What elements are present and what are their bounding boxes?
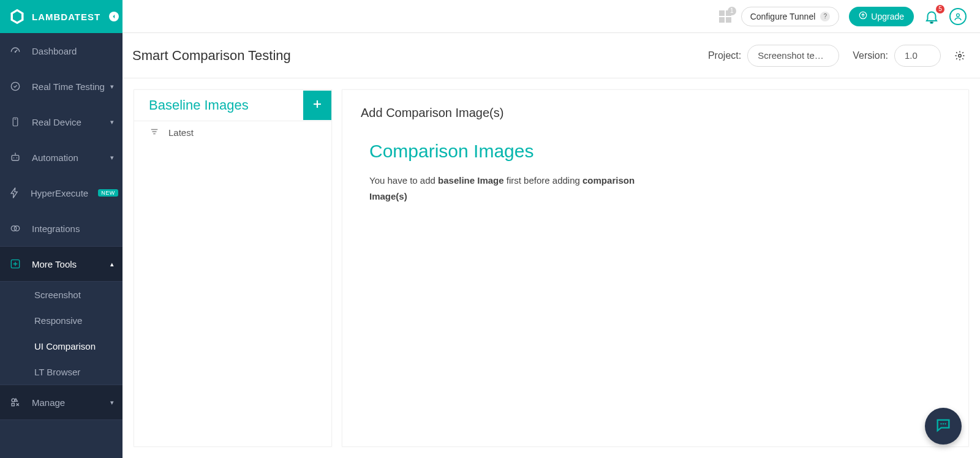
baseline-item-label: Latest bbox=[168, 127, 194, 138]
plus-square-icon bbox=[9, 257, 22, 271]
device-icon bbox=[9, 115, 22, 129]
version-value: 1.0 bbox=[905, 50, 918, 61]
subnav-responsive[interactable]: Responsive bbox=[0, 307, 123, 333]
svg-point-4 bbox=[13, 157, 15, 159]
upgrade-button[interactable]: Upgrade bbox=[849, 7, 914, 26]
subnav-screenshot[interactable]: Screenshot bbox=[0, 282, 123, 307]
svg-point-7 bbox=[14, 226, 19, 231]
new-badge: NEW bbox=[98, 189, 118, 197]
sidebar: LAMBDATEST Dashboard Real Time Testing ▾… bbox=[0, 0, 123, 458]
chevron-down-icon: ▾ bbox=[110, 399, 114, 407]
svg-point-13 bbox=[959, 54, 962, 57]
nav-realtime[interactable]: Real Time Testing ▾ bbox=[0, 69, 123, 104]
project-label: Project: bbox=[708, 50, 741, 61]
comparison-help-text: You have to add baseline Image first bef… bbox=[369, 173, 667, 204]
clock-check-icon bbox=[9, 80, 22, 93]
baseline-item-row[interactable]: Latest bbox=[134, 121, 331, 144]
version-block: Version: 1.0 bbox=[853, 45, 941, 67]
page-header-controls: Project: Screenshot te… Version: 1.0 bbox=[708, 45, 965, 67]
robot-icon bbox=[9, 151, 22, 164]
version-select[interactable]: 1.0 bbox=[894, 45, 941, 67]
nav-realdevice[interactable]: Real Device ▾ bbox=[0, 104, 123, 140]
brand-logo-icon bbox=[9, 8, 26, 25]
svg-point-15 bbox=[943, 423, 944, 424]
nav-hyperexecute[interactable]: HyperExecute NEW bbox=[0, 175, 123, 211]
sidebar-collapse-button[interactable] bbox=[109, 12, 119, 21]
comparison-title: Comparison Images bbox=[369, 141, 667, 162]
chevron-down-icon: ▾ bbox=[110, 83, 114, 91]
project-select[interactable]: Screenshot te… bbox=[747, 45, 839, 67]
svg-point-14 bbox=[940, 423, 941, 424]
gauge-icon bbox=[9, 44, 22, 58]
svg-rect-10 bbox=[12, 404, 14, 406]
svg-point-5 bbox=[17, 157, 18, 159]
page-title: Smart Comparison Testing bbox=[132, 48, 291, 64]
chevron-down-icon: ▾ bbox=[110, 118, 114, 126]
comparison-body: Comparison Images You have to add baseli… bbox=[342, 125, 685, 204]
svg-point-16 bbox=[944, 423, 946, 424]
page-header: Smart Comparison Testing Project: Screen… bbox=[123, 33, 980, 78]
bolt-icon bbox=[9, 186, 21, 200]
brand-name: LAMBDATEST bbox=[32, 12, 100, 22]
chat-button[interactable] bbox=[925, 408, 962, 445]
content-area: Baseline Images Latest Add Comparison Im… bbox=[123, 78, 980, 458]
moretools-submenu: Screenshot Responsive UI Comparison LT B… bbox=[0, 282, 123, 385]
nav-manage[interactable]: Manage ▾ bbox=[0, 385, 123, 420]
chevron-down-icon: ▾ bbox=[110, 154, 114, 162]
project-value: Screenshot te… bbox=[758, 50, 824, 61]
nav-dashboard-label: Dashboard bbox=[32, 46, 77, 56]
configure-tunnel-label: Configure Tunnel bbox=[750, 12, 816, 21]
top-bar: 1 Configure Tunnel ? Upgrade 5 bbox=[123, 0, 980, 33]
configure-tunnel-button[interactable]: Configure Tunnel ? bbox=[741, 7, 840, 26]
svg-rect-3 bbox=[12, 156, 19, 160]
baseline-panel: Baseline Images Latest bbox=[134, 89, 332, 447]
subnav-ui-comparison[interactable]: UI Comparison bbox=[0, 333, 123, 359]
help-icon: ? bbox=[820, 12, 830, 21]
nav-moretools[interactable]: More Tools ▴ bbox=[0, 246, 123, 282]
nav-realdevice-label: Real Device bbox=[32, 117, 81, 127]
subnav-lt-browser[interactable]: LT Browser bbox=[0, 359, 123, 385]
integrations-icon bbox=[9, 222, 22, 235]
apps-badge: 1 bbox=[728, 7, 736, 15]
svg-point-12 bbox=[957, 13, 960, 17]
chat-icon bbox=[935, 416, 952, 436]
upgrade-label: Upgrade bbox=[871, 12, 904, 21]
nav-automation[interactable]: Automation ▾ bbox=[0, 140, 123, 175]
upgrade-arrow-icon bbox=[859, 11, 867, 21]
nav-integrations-label: Integrations bbox=[32, 223, 80, 234]
project-block: Project: Screenshot te… bbox=[708, 45, 839, 67]
nav-manage-label: Manage bbox=[32, 397, 65, 408]
nav-realtime-label: Real Time Testing bbox=[32, 81, 105, 92]
add-baseline-button[interactable] bbox=[303, 91, 331, 120]
nav: Dashboard Real Time Testing ▾ Real Devic… bbox=[0, 33, 123, 458]
baseline-title: Baseline Images bbox=[134, 90, 263, 121]
baseline-header: Baseline Images bbox=[134, 90, 331, 121]
nav-hyperexecute-label: HyperExecute bbox=[31, 188, 88, 198]
version-label: Version: bbox=[853, 50, 888, 61]
comparison-header: Add Comparison Image(s) bbox=[342, 90, 968, 125]
comparison-panel: Add Comparison Image(s) Comparison Image… bbox=[342, 89, 969, 447]
chevron-up-icon: ▴ bbox=[110, 260, 114, 268]
plus-icon bbox=[312, 99, 322, 112]
shapes-icon bbox=[9, 396, 22, 409]
notifications-badge: 5 bbox=[936, 5, 944, 13]
apps-grid-button[interactable]: 1 bbox=[719, 10, 731, 23]
nav-moretools-label: More Tools bbox=[32, 259, 77, 269]
filter-icon bbox=[150, 127, 159, 138]
settings-button[interactable] bbox=[954, 50, 965, 61]
profile-avatar[interactable] bbox=[949, 8, 967, 25]
brand-bar: LAMBDATEST bbox=[0, 0, 123, 33]
nav-dashboard[interactable]: Dashboard bbox=[0, 33, 123, 69]
notifications-button[interactable]: 5 bbox=[924, 9, 940, 24]
nav-integrations[interactable]: Integrations bbox=[0, 211, 123, 246]
nav-automation-label: Automation bbox=[32, 152, 78, 163]
